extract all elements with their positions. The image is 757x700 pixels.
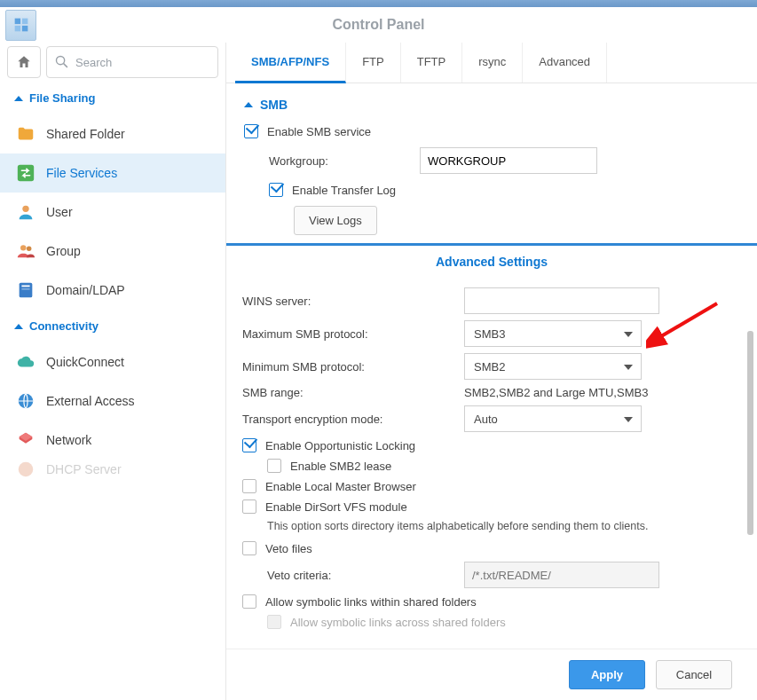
apply-button[interactable]: Apply [569, 660, 645, 689]
globe-icon [16, 391, 35, 411]
oplock-label: Enable Opportunistic Locking [265, 439, 415, 452]
tab-ftp[interactable]: FTP [346, 43, 401, 83]
select-value: SMB3 [474, 327, 505, 341]
sidebar-section-connectivity[interactable]: Connectivity [0, 310, 225, 342]
sidebar-item-label: QuickConnect [46, 355, 124, 369]
sidebar-item-label: Network [46, 433, 91, 447]
app-title: Control Panel [0, 17, 757, 33]
min-proto-select[interactable]: SMB2 [464, 353, 642, 380]
sidebar-item-label: User [46, 205, 73, 219]
chevron-down-icon [624, 332, 633, 337]
sidebar-item-domain-ldap[interactable]: Domain/LDAP [0, 271, 225, 310]
symlinks-within-checkbox[interactable] [242, 594, 256, 609]
sidebar-item-external-access[interactable]: External Access [0, 381, 225, 421]
section-label: File Sharing [29, 91, 95, 105]
svg-rect-6 [18, 165, 34, 181]
symlinks-across-label: Allow symbolic links across shared folde… [290, 616, 506, 629]
enc-label: Transport encryption mode: [242, 413, 464, 426]
sidebar-item-quickconnect[interactable]: QuickConnect [0, 342, 225, 381]
chevron-up-icon [244, 102, 253, 107]
localmaster-checkbox[interactable] [242, 479, 256, 493]
search-input[interactable] [46, 46, 218, 78]
min-proto-label: Minimum SMB protocol: [242, 360, 464, 374]
sidebar-item-dhcp[interactable]: DHCP Server [0, 460, 225, 479]
sidebar-item-network[interactable]: Network [0, 421, 225, 460]
svg-rect-0 [14, 19, 20, 24]
sidebar-section-file-sharing[interactable]: File Sharing [0, 82, 225, 114]
window-titlebar [0, 0, 757, 7]
modal-body: WINS server: Maximum SMB protocol: SMB3 … [226, 278, 757, 649]
sidebar-item-label: DHCP Server [46, 462, 122, 476]
tab-tftp[interactable]: TFTP [401, 43, 463, 83]
content-area: SMB/AFP/NFS FTP TFTP rsync Advanced SMB … [226, 43, 757, 700]
folder-icon [16, 124, 35, 144]
advanced-settings-modal: Advanced Settings WINS server: Maximum S… [226, 243, 757, 700]
workgroup-input[interactable] [420, 147, 597, 174]
svg-rect-1 [21, 19, 27, 24]
smb2lease-checkbox[interactable] [267, 459, 281, 473]
wins-label: WINS server: [242, 295, 464, 308]
oplock-checkbox[interactable] [242, 438, 256, 452]
max-proto-label: Maximum SMB protocol: [242, 327, 464, 341]
sidebar: File Sharing Shared Folder File Services… [0, 43, 226, 700]
book-icon [16, 280, 35, 300]
sidebar-item-group[interactable]: Group [0, 232, 225, 271]
dirsort-checkbox[interactable] [242, 499, 256, 514]
workgroup-label: Workgroup: [269, 154, 420, 168]
dirsort-note: This option sorts directory items alphab… [267, 520, 729, 532]
sidebar-item-user[interactable]: User [0, 193, 225, 232]
app-header: Control Panel [0, 7, 757, 43]
sidebar-item-label: Domain/LDAP [46, 283, 125, 297]
tab-rsync[interactable]: rsync [462, 43, 523, 83]
enable-smb-checkbox[interactable] [244, 124, 258, 138]
veto-label: Veto files [265, 542, 312, 555]
home-button[interactable] [7, 46, 41, 78]
sidebar-item-label: File Services [46, 166, 117, 180]
network-icon [16, 430, 35, 450]
scrollbar[interactable] [747, 331, 753, 535]
svg-line-5 [64, 64, 67, 67]
chevron-down-icon [624, 417, 633, 422]
enc-select[interactable]: Auto [464, 405, 642, 432]
smb-section-toggle[interactable]: SMB [244, 98, 739, 112]
svg-point-8 [20, 245, 26, 250]
svg-point-14 [19, 462, 34, 477]
localmaster-label: Enable Local Master Browser [265, 480, 416, 493]
range-label: SMB range: [242, 386, 464, 399]
sidebar-item-file-services[interactable]: File Services [0, 153, 225, 193]
transfer-log-label: Enable Transfer Log [292, 184, 396, 197]
search-icon [54, 54, 69, 69]
smb2lease-label: Enable SMB2 lease [290, 460, 391, 473]
sidebar-item-label: External Access [46, 394, 135, 408]
modal-title: Advanced Settings [226, 246, 757, 278]
tab-advanced[interactable]: Advanced [523, 43, 607, 83]
svg-point-4 [56, 56, 64, 64]
enable-smb-label: Enable SMB service [267, 125, 371, 138]
cloud-icon [16, 352, 35, 372]
symlinks-across-checkbox [267, 615, 281, 629]
veto-criteria-label: Veto criteria: [267, 569, 464, 582]
sidebar-item-label: Group [46, 244, 81, 258]
svg-rect-3 [21, 26, 27, 31]
tab-bar: SMB/AFP/NFS FTP TFTP rsync Advanced [226, 43, 757, 83]
veto-checkbox[interactable] [242, 541, 256, 555]
user-icon [16, 202, 35, 222]
chevron-up-icon [14, 324, 23, 329]
svg-rect-11 [21, 286, 29, 287]
cancel-button[interactable]: Cancel [656, 660, 732, 689]
svg-point-9 [27, 247, 31, 252]
dhcp-icon [16, 460, 35, 479]
wins-input[interactable] [464, 287, 659, 314]
svg-rect-2 [14, 26, 20, 31]
symlinks-within-label: Allow symbolic links within shared folde… [265, 595, 477, 609]
transfer-log-checkbox[interactable] [269, 183, 283, 197]
view-logs-button[interactable]: View Logs [294, 206, 377, 235]
swap-icon [16, 163, 35, 183]
chevron-up-icon [14, 96, 23, 101]
section-title: SMB [260, 98, 288, 112]
svg-rect-12 [21, 288, 29, 289]
max-proto-select[interactable]: SMB3 [464, 320, 642, 347]
sidebar-item-shared-folder[interactable]: Shared Folder [0, 114, 225, 153]
tab-smb-afp-nfs[interactable]: SMB/AFP/NFS [235, 43, 346, 83]
svg-rect-10 [20, 283, 33, 298]
